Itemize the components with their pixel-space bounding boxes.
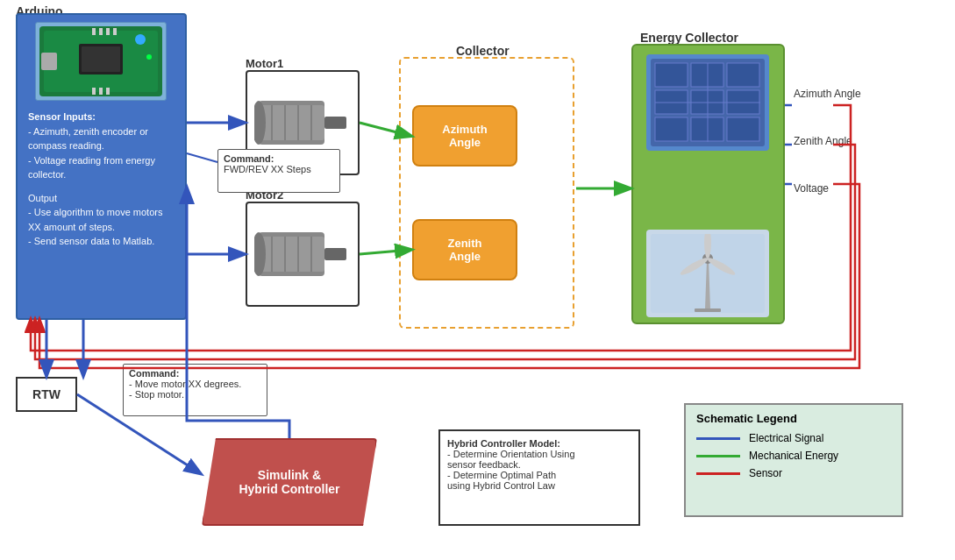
svg-rect-7 <box>106 28 110 35</box>
output-line2: XX amount of steps. <box>28 220 177 235</box>
right-voltage-label: Voltage <box>794 182 861 195</box>
sensor-line-icon <box>696 472 740 475</box>
sensor-label: Sensor <box>749 467 782 479</box>
electrical-line-icon <box>696 437 740 440</box>
svg-rect-10 <box>99 88 103 95</box>
command-box-top: Command: FWD/REV XX Steps <box>217 149 340 193</box>
motor2-image <box>247 203 358 305</box>
svg-rect-6 <box>99 28 103 35</box>
hybrid-line1: - Determine Orientation Using <box>447 449 631 459</box>
mechanical-line-icon <box>696 455 740 457</box>
collector-label: Collector <box>456 44 510 58</box>
simulink-line1: Simulink & <box>239 468 339 482</box>
sensor-line4: - Voltage reading from energy <box>28 153 177 168</box>
svg-rect-48 <box>695 308 721 312</box>
energy-collector-label: Energy Collector <box>640 31 738 45</box>
rtw-label: RTW <box>32 387 61 401</box>
hybrid-model-box: Hybrid Controller Model: - Determine Ori… <box>438 429 640 526</box>
command-bottom-line2: - Stop motor. <box>129 389 261 400</box>
zenith-line1: Zenith <box>448 237 482 250</box>
svg-point-12 <box>135 34 146 45</box>
wind-turbine-image <box>646 230 769 317</box>
legend-box: Schematic Legend Electrical Signal Mecha… <box>684 403 903 517</box>
zenith-line2: Angle <box>448 250 482 263</box>
diagram-container: Arduino <box>0 0 955 560</box>
energy-collector-block: -OR- <box>631 44 785 324</box>
legend-mechanical: Mechanical Energy <box>696 450 891 462</box>
solar-svg <box>651 59 765 146</box>
right-zenith-label: Zenith Angle <box>794 135 861 147</box>
hybrid-line2: sensor feedback. <box>447 459 631 470</box>
azimuth-line2: Angle <box>442 136 487 149</box>
azimuth-angle-box: Azimuth Angle <box>412 105 517 167</box>
motor2-svg <box>254 210 351 298</box>
output-line3: - Send sensor data to Matlab. <box>28 234 177 249</box>
mechanical-label: Mechanical Energy <box>749 450 838 462</box>
collector-box <box>399 57 574 329</box>
sensor-line2: - Azimuth, zenith encoder or <box>28 124 177 139</box>
motor1-label: Motor1 <box>246 57 283 70</box>
svg-rect-9 <box>92 88 96 95</box>
motor2-block <box>246 202 360 307</box>
svg-rect-4 <box>82 46 120 72</box>
right-labels: Azimuth Angle Zenith Angle Voltage <box>794 88 861 230</box>
sensor-line3: compass reading. <box>28 138 177 153</box>
simulink-block: Simulink & Hybrid Controller <box>202 438 377 526</box>
svg-rect-39 <box>727 117 759 141</box>
electrical-label: Electrical Signal <box>749 432 823 444</box>
sensor-inputs-label: Sensor Inputs: <box>28 110 177 124</box>
arduino-text: Sensor Inputs: - Azimuth, zenith encoder… <box>28 110 177 249</box>
arduino-image <box>35 22 167 101</box>
output-label: Output <box>28 191 177 206</box>
svg-rect-31 <box>655 63 688 87</box>
svg-rect-8 <box>113 28 117 35</box>
legend-title: Schematic Legend <box>696 412 891 425</box>
svg-rect-33 <box>727 63 759 87</box>
svg-rect-11 <box>106 88 110 95</box>
command-bottom-line1: - Move motor XX degrees. <box>129 379 261 389</box>
rtw-box: RTW <box>16 377 77 412</box>
wind-svg <box>651 234 765 313</box>
command-top-label: Command: <box>224 153 334 164</box>
hybrid-model-title: Hybrid Controller Model: <box>447 438 631 449</box>
svg-rect-37 <box>655 117 688 141</box>
solar-panel-image <box>646 54 769 151</box>
hybrid-line3: - Determine Optimal Path <box>447 470 631 480</box>
output-line1: - Use algorithm to move motors <box>28 205 177 220</box>
hybrid-line4: using Hybrid Control Law <box>447 480 631 491</box>
arduino-board-svg <box>39 26 162 96</box>
zenith-angle-box: Zenith Angle <box>412 219 517 280</box>
legend-electrical: Electrical Signal <box>696 432 891 444</box>
svg-line-60 <box>187 153 217 162</box>
azimuth-line1: Azimuth <box>442 123 487 136</box>
arduino-block: Sensor Inputs: - Azimuth, zenith encoder… <box>16 13 187 320</box>
svg-rect-2 <box>41 53 57 70</box>
svg-rect-23 <box>259 237 324 272</box>
simulink-line2: Hybrid Controller <box>239 482 339 496</box>
svg-point-13 <box>146 54 152 60</box>
svg-rect-15 <box>259 105 324 140</box>
command-bottom-label: Command: <box>129 368 261 379</box>
svg-rect-24 <box>324 248 346 260</box>
command-box-bottom: Command: - Move motor XX degrees. - Stop… <box>123 364 267 416</box>
svg-rect-5 <box>92 28 96 35</box>
right-azimuth-label: Azimuth Angle <box>794 88 861 100</box>
svg-rect-16 <box>324 117 346 129</box>
sensor-line5: collector. <box>28 167 177 182</box>
command-top-line1: FWD/REV XX Steps <box>224 164 334 174</box>
legend-sensor: Sensor <box>696 467 891 479</box>
